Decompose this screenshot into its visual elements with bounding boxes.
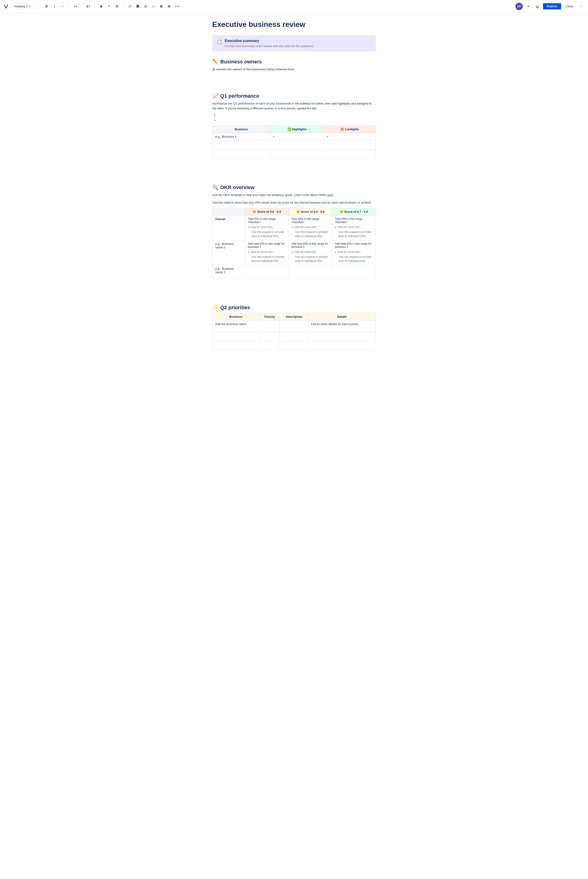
okr-overall-high-expand-desc: Use this expand to provide links to indi… bbox=[335, 230, 373, 238]
okr-overall-mid-expand-label[interactable]: Click for more info... bbox=[294, 226, 318, 229]
q1-bullet-1[interactable] bbox=[218, 114, 376, 117]
text-color-button[interactable]: A ▾ bbox=[84, 3, 92, 10]
q2-td-description-2[interactable] bbox=[280, 332, 308, 341]
okr-td-overall-label[interactable]: Overall bbox=[213, 215, 245, 240]
q1-td-lowlights-3[interactable] bbox=[324, 150, 375, 159]
okr-td-biz2-high[interactable] bbox=[332, 265, 376, 279]
q2-td-description-1[interactable] bbox=[280, 320, 308, 332]
user-avatar[interactable]: CK bbox=[515, 3, 523, 10]
numbered-list-button[interactable]: ≡ bbox=[105, 3, 113, 10]
okr-table-header-row: 😟 Score of 0.0 - 0.3 😐 Score of 0.4 - 0.… bbox=[213, 208, 376, 215]
close-button[interactable]: Close bbox=[563, 3, 576, 9]
table-row bbox=[213, 150, 376, 159]
table-icon: ⊞ bbox=[160, 4, 162, 8]
italic-button[interactable]: I bbox=[51, 3, 58, 10]
okr-td-biz1-high[interactable]: Add total KRs in this range for business… bbox=[332, 240, 376, 265]
table-row: e.g., Business 1 • • bbox=[213, 133, 376, 140]
q2-td-priority-2[interactable] bbox=[260, 332, 280, 341]
layout-icon: ⊟ bbox=[168, 4, 170, 8]
okr-overview-title[interactable]: OKR overview bbox=[220, 184, 255, 190]
q2-td-details-2[interactable] bbox=[308, 332, 376, 341]
spacer-4 bbox=[212, 172, 376, 177]
callout-content: Executive summary Provide brief summary … bbox=[225, 39, 314, 48]
table-button[interactable]: ⊞ bbox=[158, 3, 165, 10]
q1-td-business-3[interactable] bbox=[213, 150, 270, 159]
toolbar-divider-3 bbox=[81, 4, 82, 9]
okr-td-biz2-low[interactable] bbox=[245, 265, 289, 279]
okr-td-biz2-mid[interactable] bbox=[288, 265, 332, 279]
align-icon: ≡ bbox=[74, 4, 75, 8]
q2-th-business: Business bbox=[213, 313, 260, 320]
table-row bbox=[213, 140, 376, 150]
okr-para-1: Use the OKR template to help your team s… bbox=[212, 193, 376, 198]
q2-priorities-title[interactable]: Q2 priorities bbox=[220, 304, 250, 310]
okr-overall-high-expand-label[interactable]: Click for more info... bbox=[337, 226, 362, 229]
more-text-button[interactable]: ··· bbox=[58, 3, 66, 10]
q1-td-business-2[interactable] bbox=[213, 140, 270, 150]
q1-bullet-2[interactable] bbox=[218, 118, 376, 122]
okr-td-biz1-label[interactable]: e.g., Business name 1 bbox=[213, 240, 245, 265]
okr-learn-more-link[interactable]: here bbox=[327, 193, 333, 196]
okr-overall-mid-expand-desc: Use this expand to provide links to indi… bbox=[291, 230, 329, 238]
q1-td-business-1[interactable]: e.g., Business 1 bbox=[213, 133, 270, 140]
okr-td-biz1-low[interactable]: Add total KRs in this range for business… bbox=[245, 240, 289, 265]
image-button[interactable]: 🖼 bbox=[134, 3, 141, 10]
q2-td-details-3[interactable] bbox=[308, 341, 376, 350]
okr-biz1-mid-expand-label[interactable]: Click for more info... bbox=[294, 250, 318, 254]
okr-biz1-high-expand-label[interactable]: Click for more info... bbox=[337, 250, 362, 254]
q2-td-priority-1[interactable] bbox=[260, 320, 280, 332]
q2-td-business-3[interactable] bbox=[213, 341, 260, 350]
editor-content: Executive business review 📋 Executive su… bbox=[207, 13, 381, 376]
okr-td-overall-high[interactable]: Total KRs in this range: <Number> ▾ Clic… bbox=[332, 215, 376, 240]
okr-td-biz1-mid[interactable]: Add total KRs in this range for business… bbox=[288, 240, 332, 265]
q1-td-highlights-2[interactable] bbox=[270, 140, 324, 150]
add-collaborator-button[interactable]: + bbox=[525, 3, 532, 10]
okr-td-overall-low[interactable]: Total KRs in this range: <Number> ▾ Clic… bbox=[245, 215, 289, 240]
okr-biz1-low-expand-label[interactable]: Click for more info... bbox=[250, 250, 275, 254]
document-title[interactable]: Executive business review bbox=[212, 20, 376, 29]
q1-td-lowlights-1[interactable]: • bbox=[324, 133, 375, 140]
link-button[interactable]: 🔗 bbox=[126, 3, 134, 10]
layout-button[interactable]: ⊟ bbox=[165, 3, 173, 10]
emoji-button[interactable]: ☺ bbox=[150, 3, 157, 10]
q2-td-priority-3[interactable] bbox=[260, 341, 280, 350]
task-icon: ☑ bbox=[116, 4, 118, 8]
lock-button[interactable]: 🔒 bbox=[534, 3, 541, 10]
align-button[interactable]: ≡ ▾ bbox=[72, 3, 79, 10]
q2-td-business-2[interactable] bbox=[213, 332, 260, 341]
okr-overall-high-main: Total KRs in this range: <Number> bbox=[335, 218, 373, 224]
q2-td-description-3[interactable] bbox=[280, 341, 308, 350]
q1-td-highlights-3[interactable] bbox=[270, 150, 324, 159]
q1-td-lowlights-2[interactable] bbox=[324, 140, 375, 150]
more-options-icon: ··· bbox=[580, 4, 583, 9]
callout-description[interactable]: Provide brief summary of the review and … bbox=[225, 44, 314, 48]
business-owners-para[interactable]: @ mention the owners of the businesses b… bbox=[212, 67, 376, 72]
okr-overall-low-expand-desc: Use this expand to provide links to indi… bbox=[248, 230, 286, 238]
table-row bbox=[213, 341, 376, 350]
okr-td-overall-mid[interactable]: Total KRs in this range: <Number> ▾ Clic… bbox=[288, 215, 332, 240]
okr-overall-low-expand-label[interactable]: Click for more info... bbox=[250, 226, 275, 229]
q1-td-highlights-1[interactable]: • bbox=[270, 133, 324, 140]
q1-performance-para[interactable]: Summarize the Q1 performance of each of … bbox=[212, 101, 376, 111]
okr-para-1-text: Use the OKR template to help your team s… bbox=[212, 193, 327, 196]
more-options-button[interactable]: ··· bbox=[578, 3, 585, 10]
bullet-list-button[interactable]: ≣ bbox=[98, 3, 105, 10]
callout-title[interactable]: Executive summary bbox=[225, 39, 314, 43]
insert-more-button[interactable]: + ▾ bbox=[173, 3, 180, 10]
task-button[interactable]: ☑ bbox=[113, 3, 121, 10]
spacer-3 bbox=[212, 166, 376, 172]
mention-button[interactable]: @ bbox=[142, 3, 149, 10]
table-row: e.g., Business name 2 bbox=[213, 265, 376, 279]
okr-td-biz2-label[interactable]: e.g., Business name 2 bbox=[213, 265, 245, 279]
app-logo[interactable] bbox=[3, 3, 9, 10]
q2-td-details-1[interactable]: Link to more details for each priority bbox=[308, 320, 376, 332]
heading-selector[interactable]: Heading 2 ▾ bbox=[12, 3, 37, 9]
business-owners-title[interactable]: Business owners bbox=[220, 59, 262, 65]
bold-button[interactable]: B bbox=[43, 3, 50, 10]
spacer-5 bbox=[212, 286, 376, 292]
business-owners-heading: ✏️ Business owners bbox=[212, 59, 376, 65]
publish-button[interactable]: Publish bbox=[543, 3, 561, 9]
q1-performance-title[interactable]: Q1 performance bbox=[220, 93, 259, 99]
q2-td-business-1[interactable]: Add the business name bbox=[213, 320, 260, 332]
okr-biz1-mid-expand-row: ▾ Click for more info... bbox=[291, 250, 329, 254]
